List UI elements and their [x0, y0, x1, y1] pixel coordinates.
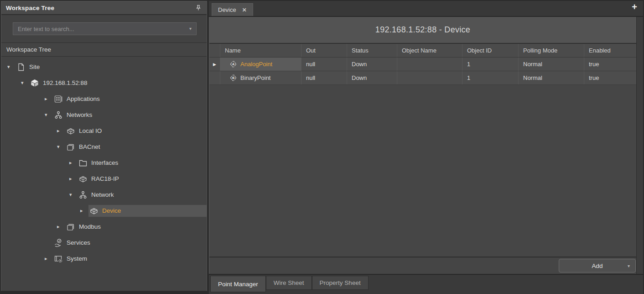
expander-expanded-icon[interactable]: ▾ [7, 64, 16, 70]
new-tab-button[interactable]: + [632, 2, 637, 11]
tree-item-networks[interactable]: ▾ Networks [1, 107, 207, 123]
tree-item-system[interactable]: ▸ System [1, 251, 207, 267]
folder-icon [78, 158, 88, 168]
column-header-status[interactable]: Status [347, 44, 397, 57]
cell-status: Down [347, 58, 397, 71]
network-icon [78, 190, 88, 200]
table-header-row: Name Out Status Object Name Object ID Po… [209, 44, 636, 58]
row-indicator-icon: ▶ [213, 62, 216, 67]
svg-text:A: A [232, 63, 234, 66]
cell-enabled: true [584, 58, 636, 71]
column-header-enabled[interactable]: Enabled [584, 44, 636, 57]
table-empty-area [209, 85, 636, 257]
cell-object-name [397, 71, 462, 84]
tree-item-controller[interactable]: ▾ 192.168.1.52:88 [1, 75, 207, 91]
tree-item-label: BACnet [79, 143, 100, 150]
services-icon [54, 238, 63, 247]
controller-icon [30, 79, 39, 88]
tree-item-label: Networks [67, 111, 92, 118]
application-window: Workspace Tree ▾ Workspace Tree ▾ [0, 0, 644, 294]
cell-object-name [397, 58, 462, 71]
row-selection-indicator: ▶ [209, 58, 220, 71]
tab-device[interactable]: Device ✕ [212, 3, 253, 16]
add-button[interactable]: Add ▾ [559, 259, 636, 273]
tree-item-modbus[interactable]: ▸ Modbus [1, 219, 207, 235]
expander-collapsed-icon[interactable]: ▸ [69, 160, 78, 166]
tab-property-sheet[interactable]: Property Sheet [312, 276, 369, 290]
applications-icon [54, 94, 63, 104]
search-section: ▾ [1, 15, 207, 43]
tree-item-device[interactable]: ▸ Device [1, 203, 207, 219]
search-box[interactable]: ▾ [13, 22, 197, 35]
svg-text:B: B [232, 76, 234, 80]
document-icon [16, 63, 26, 72]
main-panel: Device ✕ + 192.168.1.52:88 - Device Name… [209, 1, 643, 294]
tree-item-label: Services [67, 239, 90, 246]
protocol-stack-icon [66, 222, 75, 231]
expander-collapsed-icon[interactable]: ▸ [57, 128, 65, 134]
expander-expanded-icon[interactable]: ▾ [69, 192, 78, 198]
tree-item-site[interactable]: ▾ Site [1, 59, 207, 75]
device-cube-icon [78, 174, 88, 184]
tree-item-label: Local IO [79, 127, 102, 134]
expander-collapsed-icon[interactable]: ▸ [80, 208, 88, 214]
tab-wire-sheet[interactable]: Wire Sheet [266, 276, 312, 290]
tree-item-label: RAC18-IP [91, 175, 119, 182]
cell-enabled: true [584, 71, 636, 84]
cell-object-id: 1 [462, 71, 519, 84]
column-header-object-id[interactable]: Object ID [462, 44, 519, 57]
close-tab-icon[interactable]: ✕ [242, 7, 247, 13]
device-cube-icon [66, 126, 75, 136]
table-row-binarypoint[interactable]: B BinaryPoint null Down 1 Normal true [209, 71, 636, 85]
tree-item-services[interactable]: Services [1, 235, 207, 251]
tree-item-local-io[interactable]: ▸ Local IO [1, 123, 207, 139]
column-header-polling-mode[interactable]: Polling Mode [519, 44, 584, 57]
column-header-name[interactable]: Name [220, 44, 301, 57]
cell-out: null [301, 71, 347, 84]
column-header-object-name[interactable]: Object Name [397, 44, 462, 57]
document-tab-bar: Device ✕ + [209, 1, 643, 16]
add-dropdown-icon[interactable]: ▾ [628, 263, 630, 268]
expander-expanded-icon[interactable]: ▾ [45, 112, 53, 118]
cell-object-id: 1 [462, 58, 519, 71]
search-dropdown-icon[interactable]: ▾ [189, 26, 192, 31]
tree-item-rac18-ip[interactable]: ▸ RAC18-IP [1, 171, 207, 187]
cell-status: Down [347, 71, 397, 84]
protocol-stack-icon [66, 142, 75, 152]
table-row-analogpoint[interactable]: ▶ A AnalogPoint null [209, 58, 636, 71]
cell-polling-mode: Normal [519, 71, 584, 84]
tree-item-label: 192.168.1.52:88 [43, 79, 88, 86]
tree-item-network[interactable]: ▾ Network [1, 187, 207, 203]
expander-collapsed-icon[interactable]: ▸ [45, 256, 53, 262]
network-icon [54, 110, 63, 120]
workspace-tree-title: Workspace Tree [6, 5, 195, 11]
column-header-indicator [209, 44, 220, 57]
tree-item-label: Site [29, 63, 40, 70]
expander-expanded-icon[interactable]: ▾ [21, 80, 29, 86]
tree-item-interfaces[interactable]: ▸ Interfaces [1, 155, 207, 171]
expander-collapsed-icon[interactable]: ▸ [45, 96, 53, 102]
column-header-out[interactable]: Out [301, 44, 347, 57]
pin-icon[interactable] [195, 4, 202, 11]
cell-name: B BinaryPoint [220, 71, 301, 84]
expander-collapsed-icon[interactable]: ▸ [57, 224, 65, 230]
workspace-tree: ▾ Site ▾ 192.168.1.52:88 [1, 57, 207, 291]
tree-item-label: Modbus [79, 223, 101, 230]
tab-point-manager[interactable]: Point Manager [210, 276, 266, 292]
expander-expanded-icon[interactable]: ▾ [57, 144, 65, 150]
cell-name: A AnalogPoint [220, 58, 301, 71]
row-selection-indicator [209, 71, 220, 84]
workspace-tree-header: Workspace Tree [1, 1, 207, 15]
tree-item-label: Applications [67, 95, 100, 102]
binary-point-icon: B [229, 74, 237, 82]
cell-out: null [301, 58, 347, 71]
tree-item-label: Network [91, 191, 114, 198]
tree-item-applications[interactable]: ▸ Applications [1, 91, 207, 107]
expander-collapsed-icon[interactable]: ▸ [69, 176, 78, 182]
workspace-tree-panel: Workspace Tree ▾ Workspace Tree ▾ [1, 1, 207, 291]
selected-tree-item[interactable]: Device [88, 205, 207, 217]
page-title: 192.168.1.52:88 - Device [375, 25, 470, 35]
tree-item-bacnet[interactable]: ▾ BACnet [1, 139, 207, 155]
device-cube-icon [89, 206, 99, 215]
search-input[interactable] [18, 26, 189, 32]
